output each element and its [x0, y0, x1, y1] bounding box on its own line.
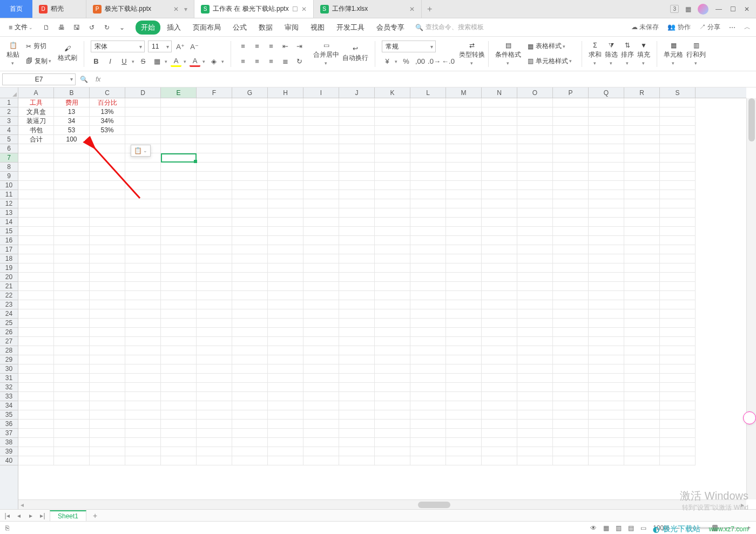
cell[interactable] [54, 300, 90, 309]
cell[interactable] [197, 364, 232, 374]
cell[interactable] [54, 328, 90, 337]
cell[interactable] [18, 291, 54, 300]
cell[interactable] [54, 410, 90, 420]
cell[interactable] [197, 163, 232, 172]
cell[interactable] [161, 282, 197, 291]
cell[interactable] [90, 291, 125, 300]
cell[interactable] [624, 227, 660, 236]
cell[interactable] [90, 383, 125, 392]
cell[interactable] [482, 107, 517, 117]
cell[interactable] [125, 236, 161, 245]
cell[interactable] [624, 199, 660, 208]
cell[interactable] [54, 245, 90, 254]
row-header[interactable]: 38 [0, 438, 18, 447]
cell[interactable] [339, 245, 375, 254]
cell[interactable] [553, 300, 589, 309]
cell[interactable] [410, 392, 446, 401]
cell[interactable] [624, 273, 660, 282]
cell[interactable] [339, 218, 375, 227]
cell[interactable] [303, 447, 339, 456]
cell[interactable] [268, 144, 303, 153]
cell[interactable] [268, 163, 303, 172]
cell[interactable] [197, 429, 232, 438]
cell[interactable] [410, 135, 446, 144]
cell[interactable]: 53% [90, 126, 125, 135]
cell[interactable] [482, 383, 517, 392]
cell[interactable] [268, 410, 303, 420]
cell[interactable] [18, 401, 54, 410]
cell[interactable] [18, 392, 54, 401]
cell[interactable] [232, 227, 268, 236]
row-header[interactable]: 37 [0, 429, 18, 438]
cell[interactable] [339, 291, 375, 300]
cell[interactable] [90, 420, 125, 429]
cell[interactable]: 书包 [18, 126, 54, 135]
cell[interactable] [161, 309, 197, 319]
sheet-nav-button[interactable]: ▸ [27, 512, 35, 519]
cell[interactable] [303, 429, 339, 438]
cell[interactable] [660, 153, 696, 163]
cell[interactable] [375, 254, 410, 263]
cell[interactable] [90, 337, 125, 346]
cell[interactable] [339, 410, 375, 420]
cell[interactable] [482, 153, 517, 163]
cell[interactable] [303, 190, 339, 199]
cell[interactable] [410, 282, 446, 291]
cell[interactable] [18, 328, 54, 337]
cell[interactable] [161, 218, 197, 227]
cell[interactable] [660, 208, 696, 218]
tab-home[interactable]: 首页 [0, 0, 32, 18]
column-header[interactable]: L [410, 87, 446, 98]
cell[interactable] [232, 254, 268, 263]
cell[interactable] [660, 383, 696, 392]
type-convert-button[interactable]: ⇄类型转换▾ [459, 42, 485, 66]
align-left-button[interactable]: ≡ [238, 56, 248, 66]
cell[interactable] [18, 282, 54, 291]
cell[interactable] [589, 254, 624, 263]
cell[interactable] [268, 135, 303, 144]
cell[interactable] [446, 245, 482, 254]
cell[interactable] [303, 236, 339, 245]
row-header[interactable]: 4 [0, 126, 18, 135]
cell[interactable] [161, 254, 197, 263]
column-header[interactable]: P [553, 87, 589, 98]
cell[interactable] [303, 107, 339, 117]
cell[interactable] [446, 218, 482, 227]
decrease-font-button[interactable]: A⁻ [189, 41, 200, 52]
cell[interactable] [161, 429, 197, 438]
cell[interactable] [624, 181, 660, 190]
column-header[interactable]: D [125, 87, 161, 98]
row-header[interactable]: 5 [0, 135, 18, 144]
cell[interactable] [589, 273, 624, 282]
cell[interactable] [268, 98, 303, 107]
cell[interactable] [54, 181, 90, 190]
unsaved-indicator[interactable]: ☁ 未保存 [631, 23, 659, 32]
cell[interactable] [125, 456, 161, 465]
cell[interactable] [624, 447, 660, 456]
cell[interactable] [268, 218, 303, 227]
cell[interactable] [410, 98, 446, 107]
cell[interactable] [624, 355, 660, 364]
cell[interactable] [232, 98, 268, 107]
ribbon-tab[interactable]: 插入 [161, 21, 186, 35]
cell[interactable] [624, 392, 660, 401]
cell[interactable] [90, 227, 125, 236]
cell[interactable] [482, 328, 517, 337]
cell[interactable] [90, 410, 125, 420]
cell[interactable]: 53 [54, 126, 90, 135]
cell[interactable] [197, 263, 232, 273]
cell[interactable] [232, 300, 268, 309]
cell[interactable] [517, 135, 553, 144]
name-box[interactable]: E7 [2, 73, 76, 85]
cell[interactable] [125, 172, 161, 181]
cell[interactable] [553, 199, 589, 208]
cell[interactable] [18, 383, 54, 392]
cell[interactable] [660, 328, 696, 337]
cell[interactable]: 工具 [18, 98, 54, 107]
cell[interactable] [54, 346, 90, 355]
cell[interactable] [660, 300, 696, 309]
cell[interactable] [517, 190, 553, 199]
cell[interactable] [18, 153, 54, 163]
cell[interactable] [303, 172, 339, 181]
horizontal-scrollbar[interactable]: ◂▸ [18, 499, 746, 509]
